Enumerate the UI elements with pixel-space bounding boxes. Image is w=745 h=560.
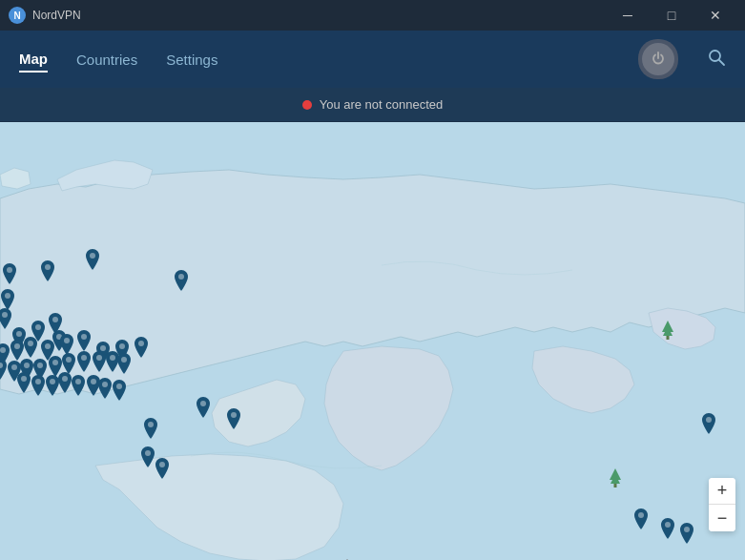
zoom-in-button[interactable]: + xyxy=(709,478,735,505)
app-title: NordVPN xyxy=(32,9,81,22)
navbar: Map Countries Settings xyxy=(0,31,745,88)
titlebar-left: N NordVPN xyxy=(8,6,81,25)
connection-status-text: You are not connected xyxy=(320,97,444,112)
zoom-out-button[interactable]: − xyxy=(709,505,735,531)
nordvpn-logo-icon: N xyxy=(8,6,27,25)
nav-map[interactable]: Map xyxy=(19,47,48,73)
nav-countries[interactable]: Countries xyxy=(76,48,137,72)
map-svg xyxy=(0,122,745,560)
map-container[interactable]: + − xyxy=(0,122,745,560)
power-button-icon xyxy=(642,43,674,75)
statusbar: You are not connected xyxy=(0,88,745,122)
minimize-button[interactable]: ─ xyxy=(606,0,650,31)
svg-rect-7 xyxy=(667,336,670,340)
power-toggle[interactable] xyxy=(638,39,678,79)
close-button[interactable]: ✕ xyxy=(693,0,737,31)
window-controls: ─ □ ✕ xyxy=(606,0,737,31)
svg-line-3 xyxy=(719,60,724,65)
titlebar: N NordVPN ─ □ ✕ xyxy=(0,0,745,31)
connection-status-dot xyxy=(302,100,312,110)
svg-text:N: N xyxy=(13,10,20,21)
zoom-controls: + − xyxy=(709,478,735,531)
svg-rect-10 xyxy=(614,484,617,487)
svg-point-2 xyxy=(710,51,720,61)
nav-settings[interactable]: Settings xyxy=(166,48,217,72)
search-button[interactable] xyxy=(707,48,726,72)
maximize-button[interactable]: □ xyxy=(650,0,693,31)
